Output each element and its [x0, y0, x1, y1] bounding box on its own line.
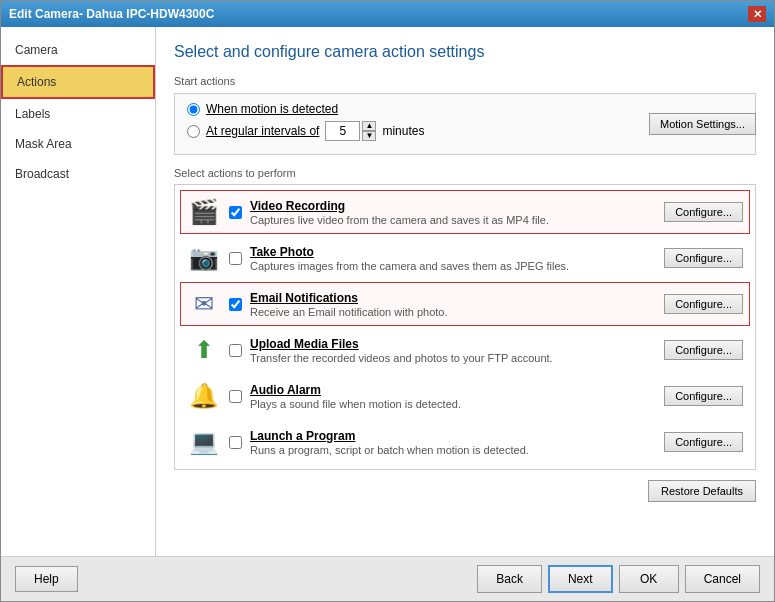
action-checkbox-upload-media[interactable] — [229, 344, 242, 357]
action-text-upload-media: Upload Media Files Transfer the recorded… — [250, 337, 656, 364]
radio-motion-label: When motion is detected — [206, 102, 338, 116]
action-checkbox-video-recording[interactable] — [229, 206, 242, 219]
window-title: Edit Camera- Dahua IPC-HDW4300C — [9, 7, 214, 21]
configure-button-upload-media[interactable]: Configure... — [664, 340, 743, 360]
radio-interval[interactable] — [187, 125, 200, 138]
action-name-launch-program: Launch a Program — [250, 429, 656, 443]
action-text-launch-program: Launch a Program Runs a program, script … — [250, 429, 656, 456]
restore-defaults-button[interactable]: Restore Defaults — [648, 480, 756, 502]
interval-up-button[interactable]: ▲ — [362, 121, 376, 131]
sidebar-item-actions[interactable]: Actions — [1, 65, 155, 99]
action-text-audio-alarm: Audio Alarm Plays a sound file when moti… — [250, 383, 656, 410]
configure-button-audio-alarm[interactable]: Configure... — [664, 386, 743, 406]
action-item-audio-alarm: 🔔 Audio Alarm Plays a sound file when mo… — [180, 374, 750, 418]
action-checkbox-audio-alarm[interactable] — [229, 390, 242, 403]
action-name-take-photo: Take Photo — [250, 245, 656, 259]
action-icon-take-photo: 📷 — [187, 242, 221, 274]
interval-unit: minutes — [382, 124, 424, 138]
help-button[interactable]: Help — [15, 566, 78, 592]
sidebar-item-labels[interactable]: Labels — [1, 99, 155, 129]
radio-motion-row: When motion is detected — [187, 102, 625, 116]
interval-input[interactable] — [325, 121, 360, 141]
action-icon-launch-program: 💻 — [187, 426, 221, 458]
action-checkbox-launch-program[interactable] — [229, 436, 242, 449]
main-content: Select and configure camera action setti… — [156, 27, 774, 556]
bottom-right: Back Next OK Cancel — [477, 565, 760, 593]
sidebar-item-broadcast[interactable]: Broadcast — [1, 159, 155, 189]
action-icon-audio-alarm: 🔔 — [187, 380, 221, 412]
restore-defaults-row: Restore Defaults — [174, 480, 756, 502]
title-bar: Edit Camera- Dahua IPC-HDW4300C ✕ — [1, 1, 774, 27]
start-actions-section: When motion is detected At regular inter… — [174, 93, 756, 155]
back-button[interactable]: Back — [477, 565, 542, 593]
action-desc-launch-program: Runs a program, script or batch when mot… — [250, 444, 656, 456]
action-desc-video-recording: Captures live video from the camera and … — [250, 214, 656, 226]
actions-list: 🎬 Video Recording Captures live video fr… — [174, 184, 756, 470]
sidebar: CameraActionsLabelsMask AreaBroadcast — [1, 27, 156, 556]
cancel-button[interactable]: Cancel — [685, 565, 760, 593]
page-title: Select and configure camera action setti… — [174, 43, 756, 61]
next-button[interactable]: Next — [548, 565, 613, 593]
action-checkbox-email-notifications[interactable] — [229, 298, 242, 311]
action-item-take-photo: 📷 Take Photo Captures images from the ca… — [180, 236, 750, 280]
radio-motion[interactable] — [187, 103, 200, 116]
action-icon-video-recording: 🎬 — [187, 196, 221, 228]
action-icon-upload-media: ⬆ — [187, 334, 221, 366]
interval-down-button[interactable]: ▼ — [362, 131, 376, 141]
action-item-email-notifications: ✉ Email Notifications Receive an Email n… — [180, 282, 750, 326]
sidebar-item-camera[interactable]: Camera — [1, 35, 155, 65]
action-name-email-notifications: Email Notifications — [250, 291, 656, 305]
radio-interval-label: At regular intervals of — [206, 124, 319, 138]
sidebar-item-mask-area[interactable]: Mask Area — [1, 129, 155, 159]
main-window: Edit Camera- Dahua IPC-HDW4300C ✕ Camera… — [0, 0, 775, 602]
action-name-upload-media: Upload Media Files — [250, 337, 656, 351]
window-body: CameraActionsLabelsMask AreaBroadcast Se… — [1, 27, 774, 556]
configure-button-email-notifications[interactable]: Configure... — [664, 294, 743, 314]
action-desc-upload-media: Transfer the recorded videos and photos … — [250, 352, 656, 364]
action-text-email-notifications: Email Notifications Receive an Email not… — [250, 291, 656, 318]
close-button[interactable]: ✕ — [748, 6, 766, 22]
configure-button-launch-program[interactable]: Configure... — [664, 432, 743, 452]
action-item-launch-program: 💻 Launch a Program Runs a program, scrip… — [180, 420, 750, 464]
action-item-upload-media: ⬆ Upload Media Files Transfer the record… — [180, 328, 750, 372]
start-actions-label: Start actions — [174, 75, 756, 87]
select-actions-label: Select actions to perform — [174, 167, 756, 179]
ok-button[interactable]: OK — [619, 565, 679, 593]
action-desc-email-notifications: Receive an Email notification with photo… — [250, 306, 656, 318]
action-text-video-recording: Video Recording Captures live video from… — [250, 199, 656, 226]
motion-settings-button[interactable]: Motion Settings... — [649, 113, 756, 135]
radio-interval-row: At regular intervals of ▲ ▼ minutes — [187, 121, 625, 141]
configure-button-take-photo[interactable]: Configure... — [664, 248, 743, 268]
action-desc-audio-alarm: Plays a sound file when motion is detect… — [250, 398, 656, 410]
action-name-audio-alarm: Audio Alarm — [250, 383, 656, 397]
action-icon-email-notifications: ✉ — [187, 288, 221, 320]
action-name-video-recording: Video Recording — [250, 199, 656, 213]
configure-button-video-recording[interactable]: Configure... — [664, 202, 743, 222]
action-desc-take-photo: Captures images from the camera and save… — [250, 260, 656, 272]
action-item-video-recording: 🎬 Video Recording Captures live video fr… — [180, 190, 750, 234]
action-checkbox-take-photo[interactable] — [229, 252, 242, 265]
bottom-left: Help — [15, 566, 78, 592]
bottom-bar: Help Back Next OK Cancel — [1, 556, 774, 601]
action-text-take-photo: Take Photo Captures images from the came… — [250, 245, 656, 272]
